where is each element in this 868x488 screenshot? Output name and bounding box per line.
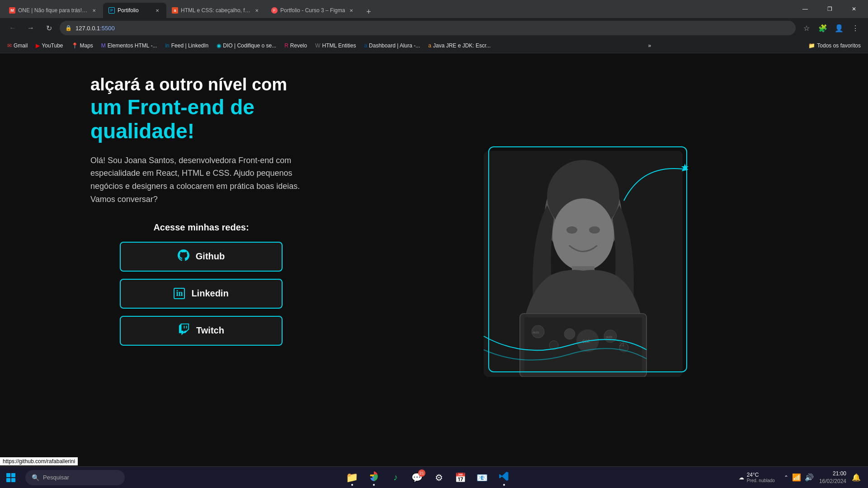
dio-bookmark-icon: ◉ bbox=[217, 42, 221, 49]
bookmarks-bar: ✉ Gmail ▶ YouTube 📍 Maps M Elementos HTM… bbox=[0, 38, 868, 53]
forward-button[interactable]: → bbox=[24, 21, 38, 35]
back-button[interactable]: ← bbox=[5, 21, 20, 35]
dio-bookmark-label: DIO | Codifique o se... bbox=[223, 42, 276, 49]
bookmark-maps[interactable]: 📍 Maps bbox=[68, 41, 97, 51]
tab-figma-label: Portfolio - Curso 3 – Figma bbox=[280, 7, 345, 14]
favorites-folder[interactable]: 📁 Todos os favoritos bbox=[805, 41, 864, 51]
taskbar-app-spotify[interactable]: ♪ bbox=[386, 468, 406, 488]
explorer-icon: 📁 bbox=[346, 472, 358, 483]
profile-button[interactable]: 👤 bbox=[832, 21, 846, 35]
browser-chrome: M ONE | Não fique para trás! Nã... ✕ P P… bbox=[0, 0, 868, 53]
title-line3: qualidade! bbox=[90, 119, 194, 143]
profile-image-placeholder: cat auls auls 21 bbox=[484, 151, 683, 377]
lock-icon: 🔒 bbox=[65, 25, 72, 31]
nav-right-controls: ☆ 🧩 👤 ⋮ bbox=[799, 21, 863, 35]
address-bar[interactable]: 🔒 127.0.0.1:5500 bbox=[60, 21, 796, 35]
status-link: https://github.com/rafaballerini bbox=[0, 457, 78, 465]
taskbar-app-discord[interactable]: 💬 21 bbox=[407, 468, 427, 488]
system-icons: ⌃ 📶 🔊 bbox=[784, 473, 814, 482]
reload-button[interactable]: ↻ bbox=[42, 21, 56, 35]
taskbar: 🔍 Pesquisar 📁 ♪ bbox=[0, 466, 868, 488]
tab-portfolio[interactable]: P Portifolio ✕ bbox=[103, 3, 166, 18]
navigation-bar: ← → ↻ 🔒 127.0.0.1:5500 ☆ 🧩 👤 ⋮ bbox=[0, 18, 868, 38]
start-button[interactable] bbox=[0, 467, 22, 488]
clock-widget: 21:00 16/02/2024 bbox=[819, 470, 846, 485]
search-label: Pesquisar bbox=[43, 474, 69, 481]
tab-bar: M ONE | Não fique para trás! Nã... ✕ P P… bbox=[0, 0, 868, 18]
taskbar-app-calendar[interactable]: 📅 bbox=[451, 468, 471, 488]
bookmark-dio[interactable]: ◉ DIO | Codifique o se... bbox=[213, 41, 280, 51]
temperature: 24°C bbox=[747, 472, 775, 478]
alura-bookmark-icon: a bbox=[364, 42, 367, 49]
revelo-bookmark-label: Revelo bbox=[290, 42, 307, 49]
svg-point-5 bbox=[589, 226, 600, 234]
taskbar-app-mail[interactable]: 📧 bbox=[472, 468, 492, 488]
window-controls: — ❐ ✕ bbox=[795, 1, 864, 17]
tab-html-close[interactable]: ✕ bbox=[253, 7, 260, 14]
bookmark-revelo[interactable]: R Revelo bbox=[281, 41, 311, 51]
taskbar-search[interactable]: 🔍 Pesquisar bbox=[25, 470, 125, 485]
tab-gmail[interactable]: M ONE | Não fique para trás! Nã... ✕ bbox=[4, 3, 103, 18]
up-arrow-icon[interactable]: ⌃ bbox=[784, 474, 788, 481]
java-bookmark-label: Java JRE e JDK: Escr... bbox=[433, 42, 491, 49]
taskbar-app-explorer[interactable]: 📁 bbox=[342, 468, 362, 488]
app-active-dot bbox=[351, 484, 353, 486]
new-tab-button[interactable]: + bbox=[362, 5, 375, 18]
linkedin-button[interactable]: in Linkedin bbox=[120, 279, 283, 309]
twitch-button[interactable]: Twitch bbox=[120, 316, 283, 346]
settings-icon: ⚙ bbox=[435, 472, 443, 483]
tab-figma-close[interactable]: ✕ bbox=[348, 7, 355, 14]
tab-html-css[interactable]: a HTML e CSS: cabeçalho, footer... ✕ bbox=[166, 3, 266, 18]
bookmark-gmail[interactable]: ✉ Gmail bbox=[4, 41, 31, 51]
vscode-active-dot bbox=[503, 484, 505, 486]
time-display: 21:00 bbox=[833, 470, 846, 478]
bookmark-html-entities[interactable]: W HTML Entities bbox=[311, 41, 359, 51]
extension-puzzle-button[interactable]: 🧩 bbox=[816, 21, 830, 35]
bookmarks-more-button[interactable]: » bbox=[644, 41, 655, 51]
tab-gmail-close[interactable]: ✕ bbox=[90, 7, 98, 14]
taskbar-app-settings[interactable]: ⚙ bbox=[429, 468, 449, 488]
taskbar-app-vscode[interactable] bbox=[494, 468, 514, 488]
page-content: alçará a outro nível com um Front-end de… bbox=[0, 53, 868, 470]
svg-marker-19 bbox=[682, 164, 688, 171]
search-icon: 🔍 bbox=[32, 474, 39, 481]
maximize-button[interactable]: ❐ bbox=[819, 1, 840, 17]
github-button[interactable]: Github bbox=[120, 242, 283, 272]
bookmark-alura[interactable]: a Dashboard | Alura -... bbox=[360, 41, 424, 51]
chrome-icon bbox=[369, 471, 379, 484]
social-buttons: Github in Linkedin Twitch bbox=[90, 242, 312, 346]
vscode-icon bbox=[499, 471, 509, 483]
youtube-bookmark-label: YouTube bbox=[42, 42, 63, 49]
spotify-icon: ♪ bbox=[393, 472, 398, 483]
bookmark-elementos[interactable]: M Elementos HTML -... bbox=[98, 41, 161, 51]
tab-portfolio-label: Portifolio bbox=[118, 7, 151, 14]
svg-point-12 bbox=[549, 341, 558, 350]
tab-portfolio-close[interactable]: ✕ bbox=[154, 7, 161, 14]
bookmark-linkedin[interactable]: in Feed | LinkedIn bbox=[161, 41, 212, 51]
close-button[interactable]: ✕ bbox=[844, 1, 864, 17]
windows-logo-icon bbox=[6, 473, 15, 482]
elementos-bookmark-icon: M bbox=[101, 42, 106, 49]
java-bookmark-icon: a bbox=[428, 42, 431, 49]
title-line1: alçará a outro nível com bbox=[90, 75, 287, 94]
browser-menu-button[interactable]: ⋮ bbox=[848, 21, 863, 35]
bookmark-java[interactable]: a Java JRE e JDK: Escr... bbox=[425, 41, 494, 51]
gmail-bookmark-label: Gmail bbox=[14, 42, 28, 49]
svg-point-3 bbox=[552, 198, 614, 271]
bookmark-star-button[interactable]: ☆ bbox=[799, 21, 814, 35]
revelo-bookmark-icon: R bbox=[284, 42, 288, 49]
minimize-button[interactable]: — bbox=[795, 1, 816, 17]
notification-icon[interactable]: 🔔 bbox=[852, 473, 861, 482]
hero-description: Olá! Sou Joana Santos, desenvolvedora Fr… bbox=[90, 154, 307, 206]
youtube-bookmark-icon: ▶ bbox=[36, 42, 40, 49]
discord-badge: 21 bbox=[418, 469, 425, 477]
tab-html-label: HTML e CSS: cabeçalho, footer... bbox=[181, 7, 250, 14]
chrome-active-dot bbox=[373, 484, 375, 486]
favorites-label: Todos os favoritos bbox=[817, 42, 861, 49]
taskbar-app-chrome[interactable] bbox=[364, 468, 384, 488]
profile-image-container: cat auls auls 21 bbox=[484, 151, 683, 377]
tab-figma[interactable]: F Portfolio - Curso 3 – Figma ✕ bbox=[266, 3, 360, 18]
github-button-label: Github bbox=[196, 251, 225, 262]
maps-bookmark-label: Maps bbox=[80, 42, 93, 49]
bookmark-youtube[interactable]: ▶ YouTube bbox=[32, 41, 66, 51]
